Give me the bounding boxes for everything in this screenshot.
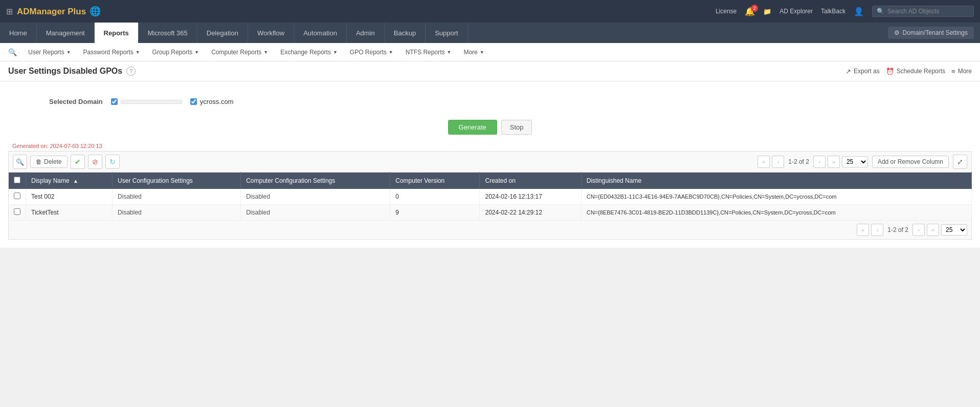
top-bar-left: ⊞ ADManager Plus 🌐 xyxy=(6,6,101,17)
generated-timestamp: 2024-07-03 12:20:13 xyxy=(50,143,102,149)
nav-item-admin[interactable]: Admin xyxy=(347,23,385,43)
header-display-name[interactable]: Display Name ▲ xyxy=(26,173,113,189)
subnav-more[interactable]: More ▼ xyxy=(458,47,489,58)
subnav-gpo-reports[interactable]: GPO Reports ▼ xyxy=(345,47,398,58)
row-1-computer-config: Disabled xyxy=(241,189,390,205)
talkback-link[interactable]: TalkBack xyxy=(821,8,845,15)
row-1-user-config: Disabled xyxy=(113,189,241,205)
subnav-ntfs-reports[interactable]: NTFS Reports ▼ xyxy=(400,47,457,58)
row-2-display-name: TicketTest xyxy=(26,205,113,221)
nav-item-delegation[interactable]: Delegation xyxy=(197,23,248,43)
row-1-created-on: 2024-02-16 12:13:17 xyxy=(480,189,581,205)
page-size-select-bottom[interactable]: 25 50 100 xyxy=(941,224,967,235)
delete-button[interactable]: 🗑 Delete xyxy=(30,156,68,168)
sort-arrow-icon: ▲ xyxy=(73,178,78,184)
notification-bell[interactable]: 🔔 2 xyxy=(745,7,755,16)
help-icon[interactable]: ? xyxy=(126,67,136,76)
subnav-password-reports[interactable]: Password Reports ▼ xyxy=(78,47,145,58)
subnav-user-reports[interactable]: User Reports ▼ xyxy=(23,47,76,58)
domain-checkbox-1 xyxy=(111,98,182,105)
top-bar-right: License 🔔 2 📁 AD Explorer TalkBack 👤 🔍 xyxy=(716,6,974,17)
page-title: User Settings Disabled GPOs xyxy=(8,67,122,76)
export-as-link[interactable]: ↗ Export as xyxy=(845,68,880,75)
bottom-last-page-button[interactable]: » xyxy=(927,224,939,236)
add-remove-column-button[interactable]: Add or Remove Column xyxy=(872,156,949,168)
more-actions-link[interactable]: ≡ More xyxy=(951,68,972,75)
subnav-computer-reports[interactable]: Computer Reports ▼ xyxy=(206,47,273,58)
approve-button[interactable]: ✔ xyxy=(71,155,85,169)
nav-item-backup[interactable]: Backup xyxy=(385,23,426,43)
user-icon[interactable]: 👤 xyxy=(854,7,864,16)
select-all-checkbox[interactable] xyxy=(14,177,20,183)
schedule-reports-link[interactable]: ⏰ Schedule Reports xyxy=(886,68,945,75)
reject-button[interactable]: ⊘ xyxy=(88,155,102,169)
table-toolbar: 🔍 🗑 Delete ✔ ⊘ ↻ « ‹ 1-2 of 2 › » 25 xyxy=(8,151,972,172)
schedule-icon: ⏰ xyxy=(886,68,894,75)
page-title-area: User Settings Disabled GPOs ? xyxy=(8,67,136,76)
next-page-button[interactable]: › xyxy=(813,156,826,168)
more-icon: ≡ xyxy=(951,68,955,75)
refresh-button[interactable]: ↻ xyxy=(105,155,120,169)
bottom-prev-page-button[interactable]: ‹ xyxy=(871,224,883,236)
stop-button[interactable]: Stop xyxy=(501,120,532,135)
license-link[interactable]: License xyxy=(716,8,737,15)
sub-nav-search-icon[interactable]: 🔍 xyxy=(4,46,21,58)
notif-badge: 2 xyxy=(751,5,758,12)
table-search-button[interactable]: 🔍 xyxy=(13,155,27,169)
generate-button[interactable]: Generate xyxy=(448,120,497,135)
table-row: Test 002 Disabled Disabled 0 2024-02-16 … xyxy=(9,189,972,205)
nav-item-support[interactable]: Support xyxy=(426,23,468,43)
header-user-config[interactable]: User Configuration Settings xyxy=(113,173,241,189)
nav-item-home[interactable]: Home xyxy=(0,23,37,43)
header-computer-version[interactable]: Computer Version xyxy=(390,173,480,189)
trash-icon: 🗑 xyxy=(36,158,42,165)
row-1-checkbox[interactable] xyxy=(14,192,20,199)
row-2-checkbox[interactable] xyxy=(14,208,20,215)
data-table: Display Name ▲ User Configuration Settin… xyxy=(8,172,972,221)
nav-item-microsoft365[interactable]: Microsoft 365 xyxy=(139,23,197,43)
grid-icon[interactable]: ⊞ xyxy=(6,7,13,16)
subnav-group-reports[interactable]: Group Reports ▼ xyxy=(147,47,205,58)
prev-page-button[interactable]: ‹ xyxy=(772,156,784,168)
expand-table-button[interactable]: ⤢ xyxy=(953,155,967,169)
search-input[interactable] xyxy=(887,8,969,15)
row-2-checkbox-cell xyxy=(9,205,26,221)
bottom-next-page-button[interactable]: › xyxy=(912,224,925,236)
domain-tenant-settings-button[interactable]: ⚙ Domain/Tenant Settings xyxy=(888,27,974,39)
row-2-created-on: 2024-02-22 14:29:12 xyxy=(480,205,581,221)
row-1-distinguished-name: CN={ED0432B1-11C3-4E16-94E9-7AAEBC9D70CB… xyxy=(581,189,971,205)
ad-explorer-link[interactable]: AD Explorer xyxy=(779,8,813,15)
first-page-button[interactable]: « xyxy=(758,156,770,168)
chevron-down-icon: ▼ xyxy=(333,50,338,55)
nav-item-automation[interactable]: Automation xyxy=(294,23,347,43)
domain-label: Selected Domain xyxy=(49,98,103,105)
page-info-top: 1-2 of 2 xyxy=(786,158,811,165)
last-page-button[interactable]: » xyxy=(828,156,840,168)
header-created-on[interactable]: Created on xyxy=(480,173,581,189)
header-computer-config[interactable]: Computer Configuration Settings xyxy=(241,173,390,189)
subnav-exchange-reports[interactable]: Exchange Reports ▼ xyxy=(275,47,343,58)
nav-item-management[interactable]: Management xyxy=(37,23,95,43)
table-row: TicketTest Disabled Disabled 9 2024-02-2… xyxy=(9,205,972,221)
nav-right: ⚙ Domain/Tenant Settings xyxy=(888,23,980,43)
logo-icon: 🌐 xyxy=(90,6,101,16)
nav-bar: Home Management Reports Microsoft 365 De… xyxy=(0,23,980,43)
row-1-checkbox-cell xyxy=(9,189,26,205)
nav-items: Home Management Reports Microsoft 365 De… xyxy=(0,23,468,43)
domain-checkbox-input-1[interactable] xyxy=(111,98,118,105)
page-size-select-top[interactable]: 25 50 100 xyxy=(842,156,868,167)
row-2-distinguished-name: CN={8EBE7476-3C01-4819-BE2D-11D3BDD1139C… xyxy=(581,205,971,221)
nav-item-reports[interactable]: Reports xyxy=(95,23,139,43)
header-distinguished-name[interactable]: Distinguished Name xyxy=(581,173,971,189)
row-1-display-name: Test 002 xyxy=(26,189,113,205)
app-name: ADManager Plus 🌐 xyxy=(17,6,101,17)
pagination-bottom: « ‹ 1-2 of 2 › » 25 50 100 xyxy=(857,224,967,236)
chevron-down-icon: ▼ xyxy=(447,50,451,55)
domain-checkbox-input-2[interactable] xyxy=(190,98,197,105)
bottom-page-info: 1-2 of 2 xyxy=(885,226,910,233)
chevron-down-icon: ▼ xyxy=(136,50,140,55)
nav-item-workflow[interactable]: Workflow xyxy=(248,23,294,43)
bottom-first-page-button[interactable]: « xyxy=(857,224,869,236)
domain-row: Selected Domain ycross.com xyxy=(8,92,972,112)
main-content: Selected Domain ycross.com Generate Stop… xyxy=(0,81,980,248)
